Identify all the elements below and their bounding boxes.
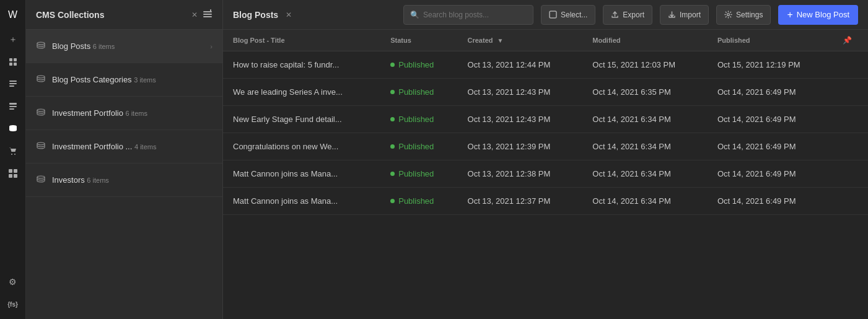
svg-point-25 <box>37 176 45 178</box>
checkbox-icon <box>549 11 557 19</box>
export-button[interactable]: Export <box>603 5 652 25</box>
table-row[interactable]: How to raise capital: 5 fundr... Publish… <box>223 51 868 79</box>
sidebar-close-button[interactable]: ✕ <box>191 11 198 19</box>
svg-rect-13 <box>9 169 12 173</box>
search-box[interactable]: 🔍 <box>403 5 533 25</box>
table-row[interactable]: New Early Stage Fund detail... Published… <box>223 106 868 133</box>
search-input[interactable] <box>423 11 527 19</box>
sidebar-item-investors[interactable]: Investors 6 items <box>26 164 222 197</box>
new-post-label: New Blog Post <box>797 10 849 19</box>
import-button[interactable]: Import <box>660 5 709 25</box>
svg-rect-19 <box>203 16 212 17</box>
col-created[interactable]: Created ▼ <box>458 30 583 51</box>
pin-icon: 📌 <box>843 36 852 45</box>
status-text: Published <box>398 115 434 124</box>
export-label: Export <box>623 11 644 19</box>
search-icon: 🔍 <box>410 11 419 19</box>
collection-icon <box>36 74 46 85</box>
content-header: Blog Posts ✕ 🔍 Select... Export Import S… <box>223 0 868 30</box>
add-nav-icon[interactable]: ＋ <box>3 30 23 50</box>
collection-icon <box>36 107 46 119</box>
col-modified: Modified <box>582 30 708 51</box>
col-pin: 📌 <box>833 30 868 51</box>
cell-pin <box>833 160 868 188</box>
collection-icon <box>36 174 46 186</box>
sidebar-title: CMS Collections <box>36 10 186 20</box>
cell-published: Oct 14, 2021 6:49 PM <box>708 79 833 106</box>
shop-icon[interactable] <box>3 141 23 161</box>
pages-icon[interactable] <box>3 74 23 94</box>
cms-nav-icon[interactable] <box>3 119 23 139</box>
svg-rect-8 <box>9 106 17 107</box>
content-close-button[interactable]: ✕ <box>286 11 292 19</box>
sidebar-item-blog-posts[interactable]: Blog Posts 6 items › <box>26 30 222 63</box>
design-icon[interactable] <box>3 52 23 72</box>
svg-rect-15 <box>9 174 12 178</box>
cell-status: Published <box>380 79 457 106</box>
cell-published: Oct 14, 2021 6:49 PM <box>708 133 833 160</box>
plus-icon: + <box>787 9 792 20</box>
sidebar-arrow-icon: › <box>210 43 213 50</box>
svg-rect-16 <box>14 174 17 178</box>
cell-pin <box>833 188 868 215</box>
select-button[interactable]: Select... <box>541 5 595 25</box>
svg-rect-20 <box>210 9 211 12</box>
fs-nav-icon[interactable]: {fs} <box>3 294 23 314</box>
status-dot <box>390 63 395 67</box>
sidebar-item-investment-portfolio[interactable]: Investment Portfolio 6 items <box>26 97 222 130</box>
svg-point-23 <box>37 109 45 111</box>
svg-rect-9 <box>9 108 14 110</box>
status-dot <box>390 199 395 203</box>
svg-point-21 <box>37 42 45 45</box>
cell-title: New Early Stage Fund detail... <box>223 106 380 133</box>
table-header-row: Blog Post - Title Status Created ▼ Modif… <box>223 30 868 51</box>
sidebar-add-collection-button[interactable] <box>203 9 213 21</box>
svg-rect-2 <box>9 63 12 66</box>
cell-status: Published <box>380 160 457 188</box>
new-post-button[interactable]: + New Blog Post <box>778 5 858 25</box>
app-logo: W <box>3 5 23 25</box>
cell-status: Published <box>380 133 457 160</box>
collection-icon <box>36 141 46 152</box>
svg-point-22 <box>37 76 45 78</box>
cell-created: Oct 13, 2021 12:43 PM <box>458 79 583 106</box>
settings-button[interactable]: Settings <box>716 5 771 25</box>
svg-rect-26 <box>550 11 556 18</box>
svg-rect-14 <box>14 169 17 173</box>
cell-title: How to raise capital: 5 fundr... <box>223 51 380 79</box>
extensions-nav-icon[interactable] <box>3 164 23 183</box>
table-row[interactable]: Matt Cannon joins as Mana... Published O… <box>223 160 868 188</box>
status-text: Published <box>398 142 434 151</box>
cell-pin <box>833 106 868 133</box>
collection-icon <box>36 40 46 52</box>
table-row[interactable]: Congratulations on new We... Published O… <box>223 133 868 160</box>
cell-title: We are leading Series A inve... <box>223 79 380 106</box>
import-icon <box>668 11 676 19</box>
svg-rect-4 <box>9 81 17 82</box>
settings-icon <box>724 11 732 19</box>
cms-sidebar: CMS Collections ✕ Blog Posts 6 items <box>26 0 223 319</box>
sidebar-item-investment-portfolio-...[interactable]: Investment Portfolio ... 4 items <box>26 130 222 164</box>
table-row[interactable]: Matt Cannon joins as Mana... Published O… <box>223 188 868 215</box>
col-published: Published <box>708 30 833 51</box>
svg-point-24 <box>37 142 45 145</box>
table-body: How to raise capital: 5 fundr... Publish… <box>223 51 868 215</box>
settings-nav-icon[interactable]: ⚙ <box>3 272 23 292</box>
cell-created: Oct 13, 2021 12:39 PM <box>458 133 583 160</box>
cell-modified: Oct 15, 2021 12:03 PM <box>582 51 708 79</box>
col-title: Blog Post - Title <box>223 30 380 51</box>
status-text: Published <box>398 169 434 178</box>
svg-rect-5 <box>9 83 17 84</box>
cell-published: Oct 14, 2021 6:49 PM <box>708 188 833 215</box>
svg-rect-1 <box>14 58 17 61</box>
cell-title: Matt Cannon joins as Mana... <box>223 188 380 215</box>
svg-rect-7 <box>9 103 17 105</box>
sidebar-item-blog-posts-categories[interactable]: Blog Posts Categories 3 items <box>26 63 222 97</box>
svg-point-12 <box>14 154 15 155</box>
cell-pin <box>833 79 868 106</box>
export-icon <box>611 11 619 19</box>
blog-icon[interactable] <box>3 97 23 116</box>
table-row[interactable]: We are leading Series A inve... Publishe… <box>223 79 868 106</box>
cell-title: Congratulations on new We... <box>223 133 380 160</box>
posts-table-container: Blog Post - Title Status Created ▼ Modif… <box>223 30 868 319</box>
